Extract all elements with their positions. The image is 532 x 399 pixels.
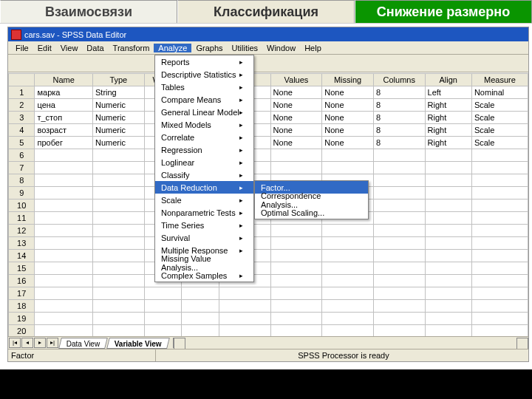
mi-reports[interactable]: Reports▸ <box>155 55 253 68</box>
menu-edit[interactable]: Edit <box>33 44 56 52</box>
cell-values[interactable]: None <box>270 86 322 99</box>
row-header[interactable]: 18 <box>9 300 35 313</box>
row-header[interactable]: 7 <box>9 162 35 174</box>
cell-measure[interactable]: Scale <box>471 112 528 124</box>
cell-columns[interactable]: 8 <box>373 124 425 137</box>
horizontal-scrollbar[interactable] <box>173 338 528 348</box>
mi-tables[interactable]: Tables▸ <box>155 81 253 93</box>
row-header[interactable]: 19 <box>9 313 35 325</box>
menu-graphs[interactable]: Graphs <box>191 44 227 52</box>
row-header[interactable]: 20 <box>9 325 35 337</box>
cell-name[interactable]: т_стоп <box>35 112 93 124</box>
cell-values[interactable]: None <box>270 124 322 137</box>
mi-regression[interactable]: Regression▸ <box>155 143 253 156</box>
scroll-next-icon[interactable]: ▸ <box>34 338 46 348</box>
cell-align[interactable]: Right <box>425 137 471 149</box>
col-values[interactable]: Values <box>270 74 322 86</box>
cell-columns[interactable]: 8 <box>373 99 425 112</box>
menu-utilities[interactable]: Utilities <box>228 44 262 52</box>
mi-complex-samples[interactable]: Complex Samples▸ <box>155 269 253 282</box>
tab-dim-reduction[interactable]: Снижение размерно <box>355 0 532 23</box>
row-header[interactable]: 5 <box>9 137 35 149</box>
cell-values[interactable]: None <box>270 137 322 149</box>
cell-missing[interactable]: None <box>322 137 374 149</box>
mi-scale[interactable]: Scale▸ <box>155 194 253 206</box>
row-header[interactable]: 4 <box>9 124 35 137</box>
mi-survival[interactable]: Survival▸ <box>155 231 253 244</box>
cell-columns[interactable]: 8 <box>373 86 425 99</box>
mi-loglinear[interactable]: Loglinear▸ <box>155 156 253 168</box>
row-header[interactable]: 11 <box>9 212 35 225</box>
cell-name[interactable]: возраст <box>35 124 93 137</box>
cell-type[interactable]: Numeric <box>92 137 144 149</box>
cell-measure[interactable]: Scale <box>471 137 528 149</box>
scroll-last-icon[interactable]: ▸| <box>47 338 58 348</box>
row-header[interactable]: 9 <box>9 187 35 200</box>
cell-missing[interactable]: None <box>322 112 374 124</box>
cell-align[interactable]: Right <box>425 124 471 137</box>
menu-window[interactable]: Window <box>262 44 300 52</box>
col-measure[interactable]: Measure <box>471 74 528 86</box>
cell-align[interactable]: Left <box>425 86 471 99</box>
cell-type[interactable]: Numeric <box>92 99 144 112</box>
row-header[interactable]: 2 <box>9 99 35 112</box>
row-header[interactable]: 17 <box>9 287 35 300</box>
mi-mixed[interactable]: Mixed Models▸ <box>155 118 253 131</box>
menu-file[interactable]: File <box>11 44 33 52</box>
cell-type[interactable]: Numeric <box>92 124 144 137</box>
col-type[interactable]: Type <box>92 74 144 86</box>
cell-missing[interactable]: None <box>322 124 374 137</box>
row-header[interactable]: 10 <box>9 200 35 212</box>
menu-analyze[interactable]: Analyze <box>154 44 191 52</box>
cell-type[interactable]: String <box>92 86 144 99</box>
mi-missing-value[interactable]: Missing Value Analysis... <box>155 256 253 269</box>
row-header[interactable]: 15 <box>9 262 35 275</box>
mi-descriptive[interactable]: Descriptive Statistics▸ <box>155 68 253 81</box>
cell-missing[interactable]: None <box>322 99 374 112</box>
cell-missing[interactable]: None <box>322 86 374 99</box>
row-header[interactable]: 16 <box>9 275 35 287</box>
mi-correspondence[interactable]: Correspondence Analysis... <box>255 194 368 206</box>
mi-data-reduction[interactable]: Data Reduction▸ <box>155 181 253 194</box>
row-header[interactable]: 1 <box>9 86 35 99</box>
mi-glm[interactable]: General Linear Model▸ <box>155 106 253 118</box>
row-header[interactable]: 14 <box>9 250 35 262</box>
row-header[interactable]: 6 <box>9 149 35 162</box>
menu-transform[interactable]: Transform <box>109 44 154 52</box>
cell-measure[interactable]: Scale <box>471 124 528 137</box>
mi-compare-means[interactable]: Compare Means▸ <box>155 93 253 106</box>
cell-name[interactable]: марка <box>35 86 93 99</box>
menu-view[interactable]: View <box>56 44 83 52</box>
cell-measure[interactable]: Scale <box>471 99 528 112</box>
cell-values[interactable]: None <box>270 99 322 112</box>
tab-variable-view[interactable]: Variable View <box>107 338 170 349</box>
menu-help[interactable]: Help <box>300 44 326 52</box>
tab-classification[interactable]: Классификация <box>177 0 355 23</box>
cell-name[interactable]: пробег <box>35 137 93 149</box>
menu-data[interactable]: Data <box>82 44 108 52</box>
scroll-first-icon[interactable]: |◂ <box>9 338 21 348</box>
col-missing[interactable]: Missing <box>322 74 374 86</box>
mi-nonparametric[interactable]: Nonparametric Tests▸ <box>155 206 253 219</box>
tab-data-view[interactable]: Data View <box>58 338 108 349</box>
cell-values[interactable]: None <box>270 112 322 124</box>
col-name[interactable]: Name <box>35 74 93 86</box>
cell-columns[interactable]: 8 <box>373 112 425 124</box>
mi-correlate[interactable]: Correlate▸ <box>155 131 253 143</box>
mi-classify[interactable]: Classify▸ <box>155 168 253 181</box>
cell-name[interactable]: цена <box>35 99 93 112</box>
cell-measure[interactable]: Nominal <box>471 86 528 99</box>
row-header[interactable]: 3 <box>9 112 35 124</box>
mi-time-series[interactable]: Time Series▸ <box>155 219 253 231</box>
tab-relationships[interactable]: Взаимосвязи <box>0 0 177 23</box>
col-align[interactable]: Align <box>425 74 471 86</box>
cell-align[interactable]: Right <box>425 112 471 124</box>
row-header[interactable]: 8 <box>9 174 35 187</box>
scroll-prev-icon[interactable]: ◂ <box>21 338 33 348</box>
col-columns[interactable]: Columns <box>373 74 425 86</box>
row-header[interactable]: 13 <box>9 237 35 250</box>
row-header[interactable]: 12 <box>9 225 35 237</box>
cell-type[interactable]: Numeric <box>92 112 144 124</box>
cell-columns[interactable]: 8 <box>373 137 425 149</box>
cell-align[interactable]: Right <box>425 99 471 112</box>
